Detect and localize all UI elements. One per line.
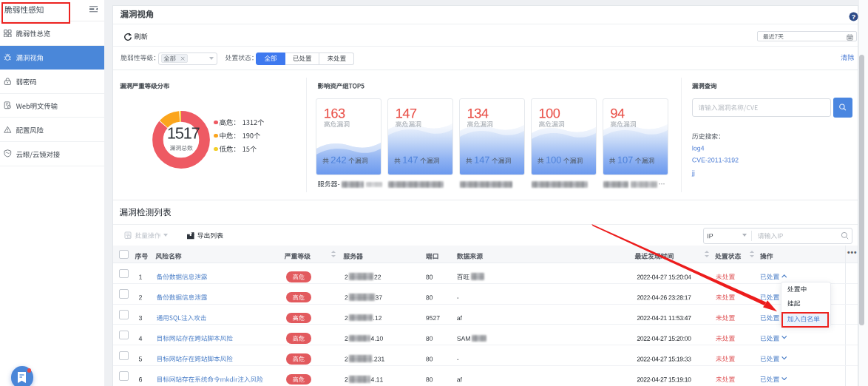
svg-text:?: ?: [851, 13, 855, 20]
